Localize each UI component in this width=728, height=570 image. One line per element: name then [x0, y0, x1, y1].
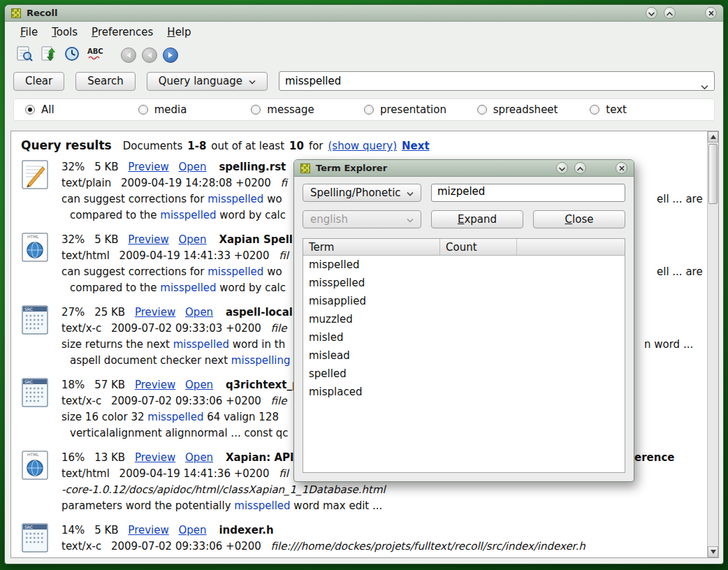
preview-link[interactable]: Preview — [128, 524, 168, 536]
term-input-box[interactable] — [431, 184, 625, 202]
main-titlebar[interactable]: Recoll — [5, 5, 723, 22]
radio-selected-icon[interactable] — [25, 105, 35, 115]
term-row[interactable]: muzzled — [303, 310, 625, 328]
abstract-text: compared to the — [70, 282, 160, 294]
abstract-text: size 16 color 32 — [61, 411, 147, 423]
update-index-button[interactable] — [38, 45, 58, 65]
scrollbar-thumb[interactable] — [708, 144, 718, 204]
radio-icon[interactable] — [251, 105, 261, 115]
filter-all[interactable]: All — [25, 103, 138, 116]
preview-link[interactable]: Preview — [135, 306, 175, 319]
abstract-text: can suggest corrections for — [61, 265, 208, 278]
file-size: 57 KB — [94, 379, 125, 391]
next-page-link[interactable]: Next — [402, 140, 430, 152]
result-title: aspell-local.h — [226, 306, 304, 319]
history-button[interactable] — [62, 45, 82, 65]
radio-icon[interactable] — [477, 105, 487, 115]
open-link[interactable]: Open — [185, 306, 213, 319]
mime-type: text/x-c — [61, 395, 101, 407]
query-detail-button[interactable] — [15, 45, 34, 65]
expansion-mode-dropdown[interactable]: Spelling/Phonetic — [303, 184, 421, 202]
arrow-up-icon — [711, 135, 716, 139]
back-page-button[interactable] — [142, 48, 157, 63]
preview-link[interactable]: Preview — [128, 233, 168, 246]
search-button[interactable]: Search — [75, 72, 136, 91]
term-row[interactable]: misled — [303, 328, 625, 346]
doc-date: 2009-04-19 14:41:36 +0200 — [119, 467, 270, 480]
term-explorer-button[interactable]: ABC — [86, 45, 105, 65]
filter-message[interactable]: message — [251, 103, 364, 116]
open-link[interactable]: Open — [179, 233, 207, 246]
search-entry-combobox[interactable] — [279, 71, 715, 91]
abstract-text: 64 valign 128 — [204, 411, 279, 423]
dialog-unshade-button[interactable] — [574, 162, 586, 174]
preview-link[interactable]: Preview — [135, 451, 175, 464]
abstract-text: aspell document checker next — [70, 354, 231, 367]
filter-text[interactable]: text — [590, 103, 703, 116]
search-input[interactable] — [285, 75, 696, 87]
radio-icon[interactable] — [590, 105, 599, 115]
docs-word: Documents — [123, 140, 183, 152]
scroll-down-button[interactable] — [708, 546, 718, 557]
open-link[interactable]: Open — [179, 161, 207, 173]
abstract-text: compared to the — [70, 209, 160, 221]
update-index-icon — [40, 45, 57, 65]
forward-button[interactable] — [163, 48, 178, 63]
docs-total: 10 — [289, 140, 304, 152]
open-link[interactable]: Open — [185, 379, 213, 391]
abstract-text: word in th — [229, 338, 285, 351]
language-dropdown[interactable]: english — [303, 210, 421, 228]
relevance-percent: 14% — [61, 524, 85, 536]
term-table: Term Count mispelled misspelled misappli… — [303, 238, 625, 473]
term-row[interactable]: misspelled — [303, 274, 625, 292]
menu-file[interactable]: File — [13, 23, 45, 41]
term-row[interactable]: mispelled — [303, 256, 625, 274]
term-row[interactable]: mislead — [303, 346, 625, 365]
preview-link[interactable]: Preview — [135, 379, 175, 391]
file-path: file — [271, 395, 287, 407]
back-button[interactable] — [121, 48, 136, 63]
shade-button[interactable] — [646, 7, 657, 19]
dialog-close-window-button[interactable] — [616, 162, 627, 174]
radio-icon[interactable] — [364, 105, 374, 115]
show-query-link[interactable]: (show query) — [328, 140, 398, 152]
dialog-shade-button[interactable] — [556, 162, 568, 174]
menu-preferences[interactable]: Preferences — [85, 23, 160, 41]
term-input[interactable] — [437, 185, 619, 198]
chevron-down-icon — [407, 187, 414, 199]
menu-help[interactable]: Help — [160, 23, 198, 41]
filter-media[interactable]: media — [138, 103, 252, 116]
results-scrollbar[interactable] — [707, 131, 718, 557]
term-row[interactable]: misapplied — [303, 292, 625, 310]
file-path: file — [271, 322, 287, 335]
column-header-term[interactable]: Term — [303, 239, 440, 255]
open-link[interactable]: Open — [185, 451, 213, 464]
relevance-percent: 27% — [61, 306, 85, 319]
filter-presentation[interactable]: presentation — [364, 103, 477, 116]
term-row[interactable]: misplaced — [303, 383, 625, 401]
radio-icon[interactable] — [138, 105, 148, 115]
close-button[interactable]: Close — [533, 210, 625, 228]
open-link[interactable]: Open — [179, 524, 207, 536]
results-title: Query results — [21, 138, 112, 152]
query-mode-dropdown[interactable]: Query language — [147, 72, 268, 91]
filter-spreadsheet[interactable]: spreadsheet — [477, 103, 590, 116]
term-row[interactable]: spelled — [303, 365, 625, 383]
unshade-button[interactable] — [664, 7, 676, 19]
file-path-continued: -core-1.0.12/docs/apidoc/html/classXapia… — [61, 483, 386, 496]
column-header-count[interactable]: Count — [440, 239, 517, 255]
chevron-down-icon[interactable] — [701, 80, 708, 93]
chevron-down-icon — [249, 73, 256, 90]
for-word: for — [309, 140, 323, 152]
expand-button[interactable]: Expand — [431, 210, 523, 228]
menu-tools[interactable]: Tools — [45, 23, 85, 41]
clear-button[interactable]: Clear — [13, 72, 64, 91]
dialog-titlebar[interactable]: Term Explorer — [294, 160, 634, 177]
abstract-text: size returns the next — [61, 338, 173, 351]
abstract-text: word by calc — [217, 209, 286, 221]
preview-link[interactable]: Preview — [128, 161, 168, 173]
close-window-button[interactable] — [705, 7, 717, 19]
svg-text:SRC: SRC — [24, 525, 33, 529]
scroll-up-button[interactable] — [708, 131, 718, 142]
abstract-text: wo — [263, 265, 282, 278]
